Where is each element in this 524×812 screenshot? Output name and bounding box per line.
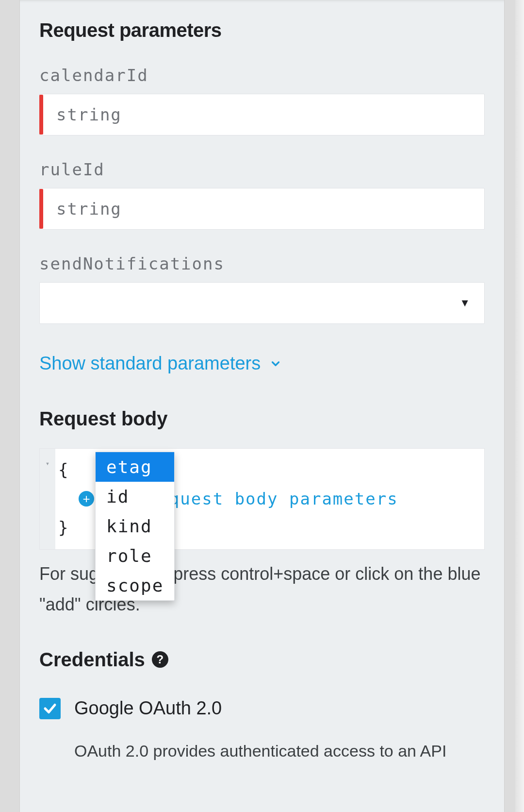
calendarid-input[interactable] [39,94,485,135]
required-indicator [39,189,43,229]
param-label-calendarid: calendarId [39,66,485,85]
oauth-checkbox-row[interactable]: Google OAuth 2.0 [39,698,485,719]
ruleid-input[interactable] [39,188,485,230]
request-parameters-heading: Request parameters [39,19,485,41]
fold-gutter[interactable]: ▾ [40,449,55,549]
show-standard-label: Show standard parameters [39,353,261,374]
chevron-down-icon [269,357,282,370]
autocomplete-item-etag[interactable]: etag [96,452,174,482]
dropdown-caret-icon: ▼ [459,297,470,309]
autocomplete-item-id[interactable]: id [96,482,174,511]
show-standard-parameters-link[interactable]: Show standard parameters [39,353,282,374]
sendnotifications-select[interactable] [39,282,485,324]
request-body-heading: Request body [39,408,485,430]
param-input-wrap-calendarid [39,94,485,135]
credentials-heading: Credentials [39,649,145,671]
plus-circle-icon: + [79,491,94,507]
api-explorer-panel: Request parameters calendarId ruleId sen… [19,0,505,812]
credentials-heading-row: Credentials ? [39,649,485,671]
help-icon[interactable]: ? [152,651,168,668]
autocomplete-item-kind[interactable]: kind [96,511,174,541]
scrollbar-track[interactable] [515,0,524,812]
oauth-label: Google OAuth 2.0 [74,698,222,719]
oauth-description-cutoff: OAuth 2.0 provides authenticated access … [39,742,485,761]
autocomplete-item-role[interactable]: role [96,541,174,571]
autocomplete-item-scope[interactable]: scope [96,571,174,600]
param-select-wrap-sendnotifications: ▼ [39,282,485,324]
autocomplete-popup[interactable]: etagidkindrolescope [95,452,175,601]
checkbox-checked-icon [39,698,61,719]
param-label-sendnotifications: sendNotifications [39,254,485,273]
required-indicator [39,95,43,135]
param-input-wrap-ruleid [39,188,485,230]
param-label-ruleid: ruleId [39,160,485,179]
